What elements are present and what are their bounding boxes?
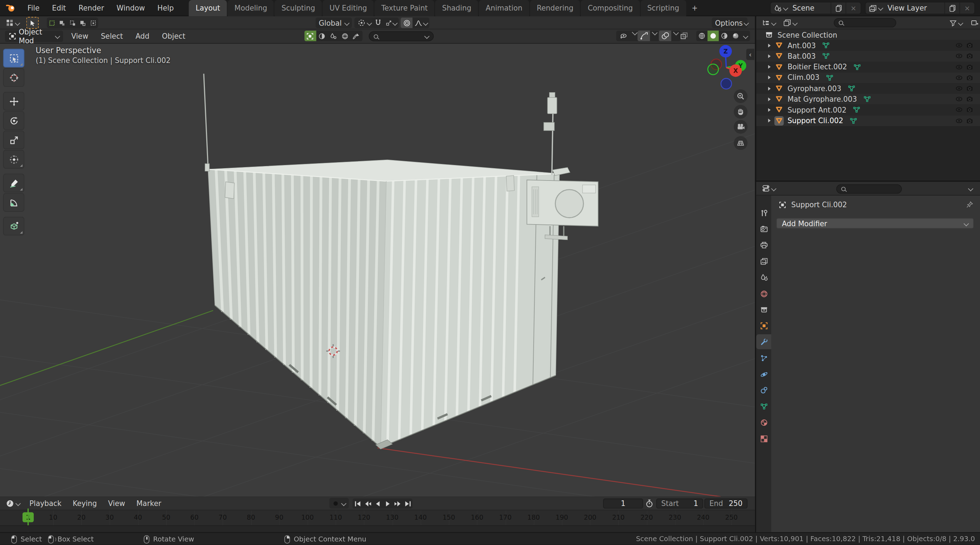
menu-window[interactable]: Window — [110, 0, 151, 16]
tab-animation[interactable]: Animation — [479, 0, 529, 16]
previous-keyframe-button[interactable] — [363, 499, 372, 508]
outliner-editor-dropdown[interactable] — [759, 17, 779, 28]
hide-viewport-icon[interactable] — [955, 52, 963, 60]
overlays-dropdown[interactable] — [659, 30, 681, 41]
shading-wireframe-button[interactable] — [696, 30, 708, 41]
outliner-filter-dropdown[interactable] — [946, 17, 966, 28]
timeline-menu-view[interactable]: View — [102, 497, 130, 510]
object-visibility-dropdown[interactable] — [616, 30, 640, 41]
remove-view-layer-button[interactable]: × — [959, 2, 974, 14]
expand-icon[interactable] — [768, 65, 770, 69]
add-workspace-button[interactable]: + — [687, 0, 703, 16]
object-name[interactable]: Gyrophare.003 — [788, 84, 841, 93]
properties-tab-view-layer[interactable] — [756, 254, 771, 269]
scale-tool-button[interactable] — [3, 130, 24, 149]
tool-settings-editor-icon[interactable] — [2, 17, 22, 28]
disable-render-icon[interactable] — [966, 116, 974, 124]
object-context-icon[interactable] — [304, 30, 316, 41]
object-name[interactable]: Ant.003 — [788, 41, 816, 50]
properties-tab-scene[interactable] — [756, 270, 771, 285]
select-mode-subtract-button[interactable] — [67, 17, 78, 28]
tab-scripting[interactable]: Scripting — [640, 0, 686, 16]
camera-view-button[interactable] — [733, 120, 747, 134]
properties-editor-dropdown[interactable] — [759, 183, 779, 194]
proportional-falloff-dropdown[interactable] — [412, 17, 430, 28]
tab-uv-editing[interactable]: UV Editing — [323, 0, 374, 16]
proportional-edit-toggle[interactable] — [401, 17, 412, 28]
move-tool-button[interactable] — [3, 92, 24, 110]
shading-solid-button[interactable] — [708, 30, 719, 41]
properties-tab-modifier[interactable] — [756, 335, 771, 350]
outliner-row-ant-003[interactable]: Ant.003 — [756, 40, 980, 51]
properties-tab-collection[interactable] — [756, 302, 771, 317]
measure-tool-button[interactable] — [3, 193, 24, 212]
viewport-3d[interactable]: User Perspective (1) Scene Collection | … — [0, 44, 755, 496]
properties-tab-render[interactable] — [756, 222, 771, 237]
properties-tab-physics[interactable] — [756, 367, 771, 382]
properties-tab-object[interactable] — [756, 318, 771, 334]
brush-context-icon[interactable] — [351, 30, 362, 41]
timeline-menu-playback[interactable]: Playback — [24, 497, 67, 510]
rotate-tool-button[interactable] — [3, 111, 24, 130]
jump-to-start-button[interactable] — [352, 499, 362, 508]
outliner-row-clim-003[interactable]: Clim.003 — [756, 73, 980, 83]
object-name[interactable]: Bat.003 — [788, 52, 816, 60]
disable-render-icon[interactable] — [966, 84, 974, 92]
properties-tab-material[interactable] — [756, 415, 771, 430]
properties-tab-particles[interactable] — [756, 350, 771, 365]
properties-search-input[interactable] — [836, 184, 902, 194]
cursor-tool-button[interactable] — [3, 68, 24, 87]
select-mode-extend-button[interactable] — [57, 17, 67, 28]
transform-tool-button[interactable] — [3, 150, 24, 168]
outliner-search-input[interactable] — [834, 18, 897, 27]
timeline-tracks[interactable] — [0, 525, 755, 532]
disable-render-icon[interactable] — [966, 41, 974, 49]
hide-viewport-icon[interactable] — [955, 106, 963, 114]
properties-tab-texture[interactable] — [756, 431, 771, 446]
tab-texture-paint[interactable]: Texture Paint — [375, 0, 435, 16]
object-name[interactable]: Boitier Elect.002 — [788, 63, 847, 72]
zoom-view-button[interactable] — [733, 89, 747, 103]
timeline-menu-marker[interactable]: Marker — [131, 497, 167, 510]
expand-icon[interactable] — [768, 97, 770, 101]
viewport-menu-object[interactable]: Object — [156, 29, 191, 44]
new-collection-button[interactable] — [967, 17, 980, 28]
annotate-tool-button[interactable] — [3, 174, 24, 192]
tab-shading[interactable]: Shading — [435, 0, 478, 16]
pivot-point-dropdown[interactable] — [355, 17, 375, 28]
play-reverse-button[interactable] — [372, 499, 382, 508]
select-mode-invert-button[interactable] — [78, 17, 88, 28]
scene-selector[interactable]: Scene × — [770, 2, 861, 14]
object-name[interactable]: Clim.003 — [788, 73, 819, 82]
blender-logo-icon[interactable] — [6, 2, 16, 13]
material-context-icon[interactable] — [316, 30, 328, 41]
snap-toggle[interactable] — [372, 17, 384, 28]
select-mode-intersect-button[interactable] — [88, 17, 98, 28]
hide-viewport-icon[interactable] — [955, 116, 963, 124]
properties-tab-tool[interactable] — [756, 205, 771, 221]
frame-end-field[interactable]: End 250 — [705, 499, 748, 508]
outliner-row-support-ant-002[interactable]: Support Ant.002 — [756, 105, 980, 115]
expand-icon[interactable] — [768, 108, 770, 112]
navigation-gizmo[interactable]: Z Y X — [703, 45, 752, 90]
world-context-icon[interactable] — [339, 30, 351, 41]
outliner-display-mode-dropdown[interactable] — [780, 17, 800, 28]
pin-icon[interactable] — [966, 200, 974, 209]
hide-viewport-icon[interactable] — [955, 73, 963, 82]
outliner-row-bat-003[interactable]: Bat.003 — [756, 51, 980, 62]
disable-render-icon[interactable] — [966, 63, 974, 71]
disable-render-icon[interactable] — [966, 52, 974, 60]
hide-viewport-icon[interactable] — [955, 41, 963, 49]
hide-viewport-icon[interactable] — [955, 84, 963, 92]
viewport-menu-view[interactable]: View — [65, 29, 95, 44]
stopwatch-icon[interactable] — [645, 499, 654, 508]
expand-icon[interactable] — [768, 87, 770, 91]
timeline-ruler[interactable]: 1 10203040506070809010011012013014015016… — [0, 510, 755, 526]
disable-render-icon[interactable] — [966, 95, 974, 103]
add-modifier-button[interactable]: Add Modifier — [776, 218, 974, 229]
xray-toggle[interactable] — [680, 30, 693, 41]
new-scene-button[interactable] — [831, 2, 846, 14]
next-keyframe-button[interactable] — [393, 499, 402, 508]
gizmos-dropdown[interactable] — [638, 30, 659, 41]
outliner-row-support-cli-002[interactable]: Support Cli.002 — [756, 115, 980, 126]
